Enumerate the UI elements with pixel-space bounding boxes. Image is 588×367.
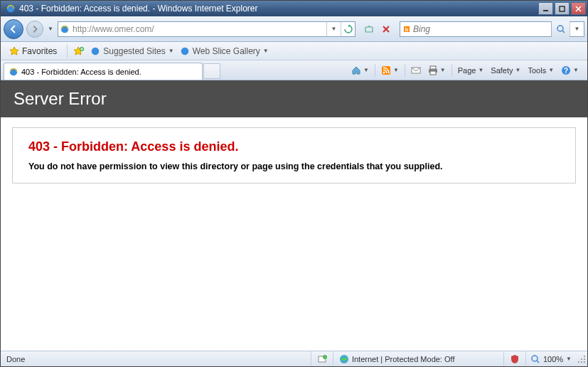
page-icon xyxy=(58,24,71,34)
nav-icon-group xyxy=(361,21,394,37)
tab-command-bar: 403 - Forbidden: Access is denied. ▼ ▼ ▼… xyxy=(1,60,587,80)
address-input[interactable] xyxy=(71,24,326,34)
status-bar: Done Internet | Protected Mode: Off 100%… xyxy=(1,351,587,366)
chevron-down-icon: ▼ xyxy=(169,48,174,54)
browser-tab[interactable]: 403 - Forbidden: Access is denied. xyxy=(4,63,203,80)
resize-grip[interactable] xyxy=(576,353,587,365)
svg-point-3 xyxy=(61,25,69,33)
command-separator xyxy=(451,64,452,77)
search-input[interactable] xyxy=(413,24,551,34)
command-bar: ▼ ▼ ▼ Page ▼ Safety ▼ Tools ▼ ? ▼ xyxy=(220,60,584,80)
svg-point-27 xyxy=(578,361,579,363)
tab-favicon-icon xyxy=(9,67,18,77)
zone-text: Internet | Protected Mode: Off xyxy=(352,355,455,363)
feeds-button[interactable]: ▼ xyxy=(378,63,402,78)
status-text: Done xyxy=(1,351,311,366)
new-tab-button[interactable] xyxy=(203,63,220,79)
tools-label: Tools xyxy=(528,66,546,75)
chevron-down-icon: ▼ xyxy=(548,67,554,73)
close-button[interactable] xyxy=(571,2,586,15)
refresh-button[interactable] xyxy=(341,22,355,36)
chevron-down-icon: ▼ xyxy=(393,67,399,73)
search-bar: b ▼ xyxy=(400,21,584,37)
svg-rect-15 xyxy=(430,66,436,69)
svg-rect-2 xyxy=(560,6,565,11)
chevron-down-icon: ▼ xyxy=(440,67,446,73)
svg-point-13 xyxy=(383,71,385,73)
svg-rect-17 xyxy=(430,71,436,75)
page-label: Page xyxy=(458,66,476,75)
chevron-down-icon: ▼ xyxy=(515,67,521,73)
read-mail-button[interactable] xyxy=(408,63,424,78)
svg-point-28 xyxy=(581,361,582,363)
search-go-button[interactable] xyxy=(551,21,570,37)
add-favorite-button[interactable] xyxy=(73,46,85,56)
svg-rect-4 xyxy=(365,27,373,32)
svg-point-29 xyxy=(584,361,585,363)
window-title: 403 - Forbidden: Access is denied. - Win… xyxy=(19,4,538,14)
favorites-button[interactable]: Favorites xyxy=(5,45,61,58)
maximize-button[interactable] xyxy=(555,2,570,15)
favorites-label: Favorites xyxy=(22,46,57,56)
error-box: 403 - Forbidden: Access is denied. You d… xyxy=(12,127,576,184)
svg-point-11 xyxy=(10,68,18,75)
safety-menu[interactable]: Safety ▼ xyxy=(488,63,523,78)
suggested-sites-link[interactable]: Suggested Sites ▼ xyxy=(90,46,173,56)
help-button[interactable]: ? ▼ xyxy=(558,63,582,78)
tab-title: 403 - Forbidden: Access is denied. xyxy=(21,68,141,76)
svg-point-0 xyxy=(7,5,15,13)
zoom-control[interactable]: 100% ▼ xyxy=(526,354,576,364)
minimize-button[interactable] xyxy=(538,2,553,15)
svg-point-9 xyxy=(92,47,100,55)
web-slice-gallery-link[interactable]: Web Slice Gallery ▼ xyxy=(180,46,269,56)
nav-history-dropdown[interactable]: ▼ xyxy=(46,19,55,39)
address-bar: ▼ xyxy=(58,21,356,37)
tools-menu[interactable]: Tools ▼ xyxy=(525,63,557,78)
server-error-header: Server Error xyxy=(1,80,587,117)
print-button[interactable]: ▼ xyxy=(425,63,449,78)
chevron-down-icon: ▼ xyxy=(478,67,483,73)
svg-point-10 xyxy=(181,47,188,55)
svg-rect-1 xyxy=(543,10,548,11)
zoom-value: 100% xyxy=(543,355,563,363)
ie-logo-icon xyxy=(5,3,16,14)
suggested-sites-label: Suggested Sites xyxy=(103,46,165,56)
stop-button[interactable] xyxy=(378,21,394,37)
forward-button[interactable] xyxy=(26,21,43,38)
security-zone[interactable]: Internet | Protected Mode: Off xyxy=(333,351,504,366)
chevron-down-icon: ▼ xyxy=(263,48,269,54)
command-separator xyxy=(375,64,375,77)
svg-text:?: ? xyxy=(564,67,568,75)
command-separator xyxy=(405,64,405,77)
svg-point-25 xyxy=(581,358,582,360)
home-button[interactable]: ▼ xyxy=(348,63,372,78)
svg-point-21 xyxy=(323,355,327,359)
svg-text:b: b xyxy=(405,26,409,33)
favorites-separator xyxy=(67,45,68,58)
chevron-down-icon: ▼ xyxy=(573,67,579,73)
title-bar: 403 - Forbidden: Access is denied. - Win… xyxy=(1,1,587,16)
chevron-down-icon: ▼ xyxy=(566,356,572,362)
address-dropdown-button[interactable]: ▼ xyxy=(326,22,341,36)
error-message: You do not have permission to view this … xyxy=(28,161,560,171)
search-provider-icon: b xyxy=(400,24,413,34)
back-button[interactable] xyxy=(4,19,23,39)
web-slice-label: Web Slice Gallery xyxy=(193,46,260,56)
svg-point-23 xyxy=(532,356,538,361)
error-title: 403 - Forbidden: Access is denied. xyxy=(28,139,560,154)
window-controls xyxy=(538,2,586,15)
svg-point-26 xyxy=(584,358,585,360)
page-content: Server Error 403 - Forbidden: Access is … xyxy=(1,80,587,351)
favorites-bar: Favorites Suggested Sites ▼ Web Slice Ga… xyxy=(1,42,587,60)
search-options-dropdown[interactable]: ▼ xyxy=(570,22,584,36)
chevron-down-icon: ▼ xyxy=(363,67,369,73)
status-popup-blocker[interactable] xyxy=(311,351,333,366)
svg-point-7 xyxy=(557,26,563,31)
status-protected-mode-icon[interactable] xyxy=(504,351,526,366)
safety-label: Safety xyxy=(491,66,513,75)
navigation-bar: ▼ ▼ b ▼ xyxy=(1,16,587,42)
compatibility-view-button[interactable] xyxy=(361,21,377,37)
svg-point-24 xyxy=(584,356,585,357)
zoom-icon xyxy=(530,354,540,364)
page-menu[interactable]: Page ▼ xyxy=(455,63,487,78)
